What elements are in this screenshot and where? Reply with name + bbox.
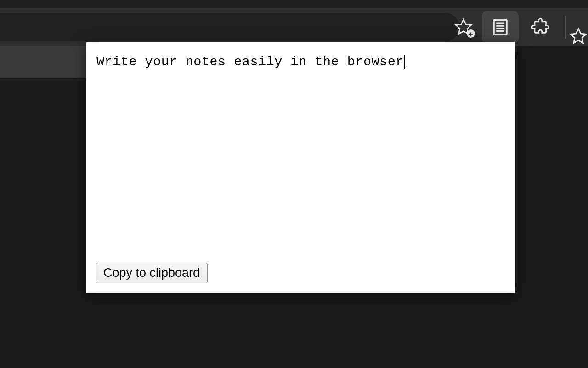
copy-to-clipboard-button[interactable]: Copy to clipboard — [96, 263, 208, 283]
browser-toolbar: + — [0, 8, 588, 46]
star-icon — [569, 27, 588, 46]
notes-popup: Write your notes easily in the browser C… — [86, 42, 515, 293]
tab-strip-background — [0, 46, 87, 78]
puzzle-icon — [531, 17, 551, 37]
note-textarea[interactable]: Write your notes easily in the browser — [96, 51, 504, 263]
extensions-button[interactable] — [521, 8, 561, 46]
notes-icon — [491, 17, 510, 37]
address-bar-trail[interactable] — [0, 13, 459, 41]
text-caret — [404, 55, 405, 69]
toolbar-divider — [565, 16, 566, 39]
favorite-button-partial[interactable] — [570, 8, 588, 46]
note-text: Write your notes easily in the browser — [96, 54, 404, 69]
window-top-strip — [0, 0, 588, 8]
plus-badge-icon: + — [467, 29, 475, 38]
notes-extension-button[interactable] — [482, 11, 519, 43]
svg-rect-0 — [494, 20, 507, 34]
bookmark-add-button[interactable]: + — [447, 8, 480, 46]
